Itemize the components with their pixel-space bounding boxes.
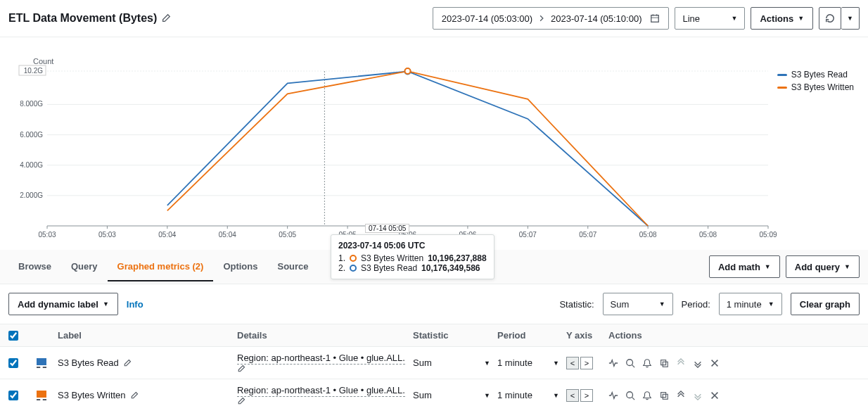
svg-line-51 <box>632 397 635 400</box>
row-checkbox[interactable] <box>8 391 18 400</box>
chevron-down-icon: ▼ <box>103 300 109 308</box>
info-link[interactable]: Info <box>127 299 143 310</box>
metric-label: S3 Bytes Written <box>58 390 126 400</box>
table-header: Label Details Statistic Period Y axis Ac… <box>0 324 868 346</box>
series-color-swatch[interactable] <box>37 391 46 400</box>
yaxis-right-button[interactable]: > <box>580 389 593 402</box>
close-icon[interactable] <box>710 358 720 368</box>
period-select[interactable]: 1 minute ▼ <box>719 293 782 315</box>
add-query-button[interactable]: Add query ▼ <box>786 255 860 278</box>
yaxis-right-button[interactable]: > <box>580 357 593 369</box>
time-range-picker[interactable]: 2023-07-14 (05:03:00) 2023-07-14 (05:10:… <box>433 7 670 30</box>
move-down-icon[interactable] <box>693 358 703 368</box>
period-label: Period: <box>682 299 710 310</box>
yaxis-left-button[interactable]: < <box>566 389 579 402</box>
copy-icon[interactable] <box>659 358 669 368</box>
svg-rect-0 <box>651 15 659 23</box>
refresh-group: ▼ <box>819 7 860 30</box>
yaxis-left-button[interactable]: < <box>566 357 579 369</box>
legend-item[interactable]: S3 Bytes Written <box>777 82 854 92</box>
col-label: Label <box>58 330 237 341</box>
tab-source[interactable]: Source <box>267 253 318 281</box>
edit-icon[interactable] <box>130 391 139 400</box>
chevron-down-icon: ▼ <box>798 15 804 22</box>
chevron-down-icon: ▼ <box>484 392 490 399</box>
tab-browse[interactable]: Browse <box>8 253 61 281</box>
col-period: Period <box>497 330 566 341</box>
row-checkbox[interactable] <box>8 358 18 368</box>
row-statistic-select[interactable]: Sum ▼ <box>413 357 497 368</box>
chevron-down-icon: ▼ <box>768 300 774 308</box>
close-icon[interactable] <box>710 391 720 400</box>
copy-icon[interactable] <box>659 391 669 400</box>
chart-tooltip: 2023-07-14 05:06 UTC 1. S3 Bytes Written… <box>331 234 494 279</box>
bell-icon[interactable] <box>642 391 652 400</box>
chart-svg[interactable]: Count2.000G4.000G6.000G8.000G10.2G05:030… <box>8 43 860 247</box>
chevron-down-icon: ▼ <box>844 263 850 270</box>
tab-query[interactable]: Query <box>61 253 108 281</box>
chevron-down-icon: ▼ <box>484 360 490 367</box>
row-period-select[interactable]: 1 minute ▼ <box>497 390 566 400</box>
tab-options[interactable]: Options <box>213 253 267 281</box>
svg-text:4.000G: 4.000G <box>20 161 43 169</box>
hover-x-hint: 07-14 05:05 <box>365 224 409 233</box>
move-up-icon[interactable] <box>676 391 686 400</box>
row-statistic-select[interactable]: Sum ▼ <box>413 390 497 400</box>
chevron-down-icon: ▼ <box>847 15 853 22</box>
time-to: 2023-07-14 (05:10:00) <box>551 13 642 24</box>
statistic-select[interactable]: Sum ▼ <box>603 293 673 315</box>
bell-icon[interactable] <box>642 358 652 368</box>
chevron-down-icon: ▼ <box>553 360 559 367</box>
tooltip-row: 1. S3 Bytes Written 10,196,237,888 <box>338 253 487 263</box>
row-period-select[interactable]: 1 minute ▼ <box>497 357 566 368</box>
chevron-down-icon: ▼ <box>765 263 771 270</box>
table-row: S3 Bytes Written Region: ap-northeast-1 … <box>0 379 868 411</box>
svg-text:Count: Count <box>33 57 53 65</box>
legend-swatch <box>777 74 787 76</box>
svg-rect-48 <box>661 360 666 365</box>
series-color-swatch[interactable] <box>37 358 46 368</box>
col-statistic: Statistic <box>413 330 497 341</box>
tab-graphed-metrics-2-[interactable]: Graphed metrics (2) <box>108 253 214 281</box>
chevron-down-icon: ▼ <box>659 300 665 308</box>
edit-icon[interactable] <box>237 365 413 373</box>
actions-button[interactable]: Actions ▼ <box>751 7 813 30</box>
chart-legend: S3 Bytes Read S3 Bytes Written <box>777 70 854 95</box>
edit-icon[interactable] <box>123 359 132 367</box>
add-dynamic-label-button[interactable]: Add dynamic label ▼ <box>8 293 118 315</box>
tooltip-row: 2. S3 Bytes Read 10,176,349,586 <box>338 263 487 273</box>
series-marker-icon <box>350 265 357 272</box>
clear-graph-button[interactable]: Clear graph <box>791 293 860 315</box>
legend-item[interactable]: S3 Bytes Read <box>777 70 854 80</box>
zoom-icon[interactable] <box>625 391 635 400</box>
chart-type-select[interactable]: Line ▼ <box>675 7 745 30</box>
svg-text:05:03: 05:03 <box>38 231 56 239</box>
svg-text:05:08: 05:08 <box>699 231 717 239</box>
pulse-icon[interactable] <box>608 391 618 400</box>
add-math-button[interactable]: Add math ▼ <box>709 255 780 278</box>
svg-rect-53 <box>663 394 668 399</box>
edit-icon[interactable] <box>237 397 413 405</box>
chevron-down-icon: ▼ <box>732 15 738 22</box>
col-yaxis: Y axis <box>566 330 608 341</box>
chart-area: Count2.000G4.000G6.000G8.000G10.2G05:030… <box>0 37 868 250</box>
title-text: ETL Data Movement (Bytes) <box>8 12 157 25</box>
svg-point-50 <box>627 391 633 398</box>
edit-icon[interactable] <box>161 13 171 23</box>
chevron-down-icon: ▼ <box>553 392 559 399</box>
refresh-options-button[interactable]: ▼ <box>841 7 860 30</box>
zoom-icon[interactable] <box>625 358 635 368</box>
svg-text:05:03: 05:03 <box>98 231 116 239</box>
legend-swatch <box>777 87 787 89</box>
move-up-icon <box>676 358 686 368</box>
svg-rect-52 <box>661 392 666 397</box>
pulse-icon[interactable] <box>608 358 618 368</box>
metric-details[interactable]: Region: ap-northeast-1 • Glue • glue.ALL… <box>237 353 405 365</box>
metric-details[interactable]: Region: ap-northeast-1 • Glue • glue.ALL… <box>237 385 405 397</box>
select-all-checkbox[interactable] <box>8 331 18 341</box>
svg-point-45 <box>405 68 411 74</box>
calendar-icon <box>650 13 660 23</box>
refresh-icon <box>825 13 835 23</box>
refresh-button[interactable] <box>819 7 841 30</box>
metrics-table: Label Details Statistic Period Y axis Ac… <box>0 324 868 411</box>
